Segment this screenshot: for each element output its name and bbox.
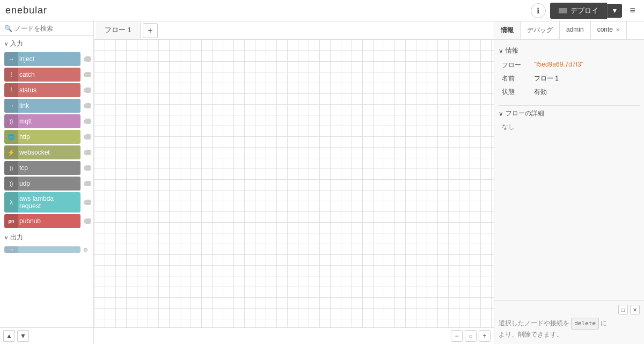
node-status-button[interactable]: ! status [4, 83, 80, 97]
close-icon: ✕ [633, 307, 637, 313]
lambda-icon: λ [4, 192, 18, 213]
info-section-header: ∨ 情報 [499, 44, 640, 58]
close-panel-button[interactable]: ✕ [630, 305, 640, 314]
scroll-down-button[interactable]: ▼ [17, 330, 29, 342]
search-bar: 🔍 [0, 21, 93, 36]
section-label-output: 出力 [10, 233, 23, 242]
node-udp-button[interactable]: )) udp [4, 177, 80, 191]
deploy-dropdown-button[interactable]: ▼ [607, 4, 623, 18]
search-input[interactable] [14, 25, 94, 32]
tab-info[interactable]: 情報 [494, 21, 521, 39]
add-tab-button[interactable]: + [143, 23, 158, 38]
header-right: ℹ デプロイ ▼ ≡ [531, 3, 639, 19]
node-websocket-button[interactable]: ⚡ websocket [4, 145, 80, 159]
plug-icon: ⚡ [4, 145, 18, 159]
tab-conte[interactable]: conte ✕ [591, 21, 627, 39]
logo: enebular [5, 5, 47, 16]
flow-id-link[interactable]: "f5ed9a69.7d7f3" [534, 61, 583, 68]
arrow-right-icon: → [4, 52, 18, 66]
scroll-up-button[interactable]: ▲ [3, 330, 15, 342]
settings-icon[interactable]: ⚙ [82, 246, 89, 253]
node-mqtt-button[interactable]: )) mqtt [4, 114, 80, 128]
tab-admin[interactable]: admin [560, 21, 591, 39]
sidebar-footer: ▲ ▼ [0, 327, 93, 344]
node-inject-label: inject [19, 55, 34, 63]
delete-hint-before: 選択したノードや接続を [499, 319, 569, 327]
plus-icon: + [482, 332, 486, 340]
info-button[interactable]: ℹ [531, 3, 546, 18]
section-header-input[interactable]: ∨ 入力 [0, 36, 93, 50]
info-table: フロー "f5ed9a69.7d7f3" 名前 フロー 1 状態 [499, 58, 640, 99]
expand-button[interactable]: □ [618, 305, 628, 314]
node-pubnub-button[interactable]: pn pubnub [4, 214, 80, 228]
node-output-button[interactable]: → [4, 246, 80, 253]
hamburger-button[interactable]: ≡ [626, 3, 639, 18]
tab-info-label: 情報 [501, 26, 514, 34]
info-row-value-status: 有効 [531, 85, 640, 99]
circle-icon: ○ [469, 332, 472, 340]
canvas-footer: − ○ + [94, 327, 494, 344]
arrow-right-icon: → [4, 99, 18, 113]
node-udp-label: udp [19, 180, 30, 187]
node-link-button[interactable]: → link [4, 99, 80, 113]
sidebar: 🔍 ∨ 入力 → inject ⚙ ! catc [0, 21, 94, 344]
close-icon[interactable]: ✕ [616, 27, 620, 33]
node-catch-button[interactable]: ! catch [4, 68, 80, 82]
header: enebular ℹ デプロイ ▼ ≡ [0, 0, 644, 21]
chevron-down-icon: ∨ [4, 41, 8, 47]
node-port [85, 150, 91, 155]
list-item[interactable]: → inject ⚙ [4, 52, 89, 66]
info-row-value-flow: "f5ed9a69.7d7f3" [531, 58, 640, 72]
section-label-input: 入力 [10, 39, 23, 48]
node-tcp-button[interactable]: )) tcp [4, 161, 80, 175]
section-header-output[interactable]: ∨ 出力 [0, 230, 93, 244]
node-port [85, 119, 91, 124]
list-item[interactable]: )) udp ⚙ [4, 177, 89, 191]
arrow-icon: → [4, 246, 18, 253]
info-row-key-flow: フロー [499, 58, 531, 72]
zoom-in-button[interactable]: + [479, 330, 491, 342]
list-item[interactable]: → ⚙ [4, 246, 89, 253]
flow-detail-header: ∨ フローの詳細 [499, 105, 640, 120]
chevron-down-icon: ∨ [499, 47, 503, 55]
zoom-out-button[interactable]: − [451, 330, 463, 342]
node-inject-button[interactable]: → inject [4, 52, 80, 66]
list-item[interactable]: 🌐 http ⚙ [4, 130, 89, 144]
list-item[interactable]: pn pubnub ⚙ [4, 214, 89, 228]
chevron-down-icon: ∨ [499, 110, 503, 118]
table-row: フロー "f5ed9a69.7d7f3" [499, 58, 640, 72]
list-item[interactable]: → link ⚙ [4, 99, 89, 113]
node-aws-button[interactable]: λ aws lambdarequest [4, 192, 80, 213]
list-item[interactable]: )) tcp ⚙ [4, 161, 89, 175]
chevron-down-icon: ▼ [612, 7, 618, 14]
sidebar-content: ∨ 入力 → inject ⚙ ! catch ⚙ [0, 36, 93, 327]
table-row: 名前 フロー 1 [499, 72, 640, 85]
list-item[interactable]: ! catch ⚙ [4, 68, 89, 82]
zoom-reset-button[interactable]: ○ [465, 330, 477, 342]
deploy-button[interactable]: デプロイ [550, 3, 607, 19]
node-port [85, 56, 91, 62]
node-http-label: http [19, 133, 30, 141]
list-item[interactable]: λ aws lambdarequest ⚙ [4, 192, 89, 213]
node-port [85, 103, 91, 108]
wave-icon: )) [4, 114, 18, 128]
node-http-button[interactable]: 🌐 http [4, 130, 80, 144]
list-item[interactable]: ! status ⚙ [4, 83, 89, 97]
canvas-grid[interactable] [94, 40, 494, 327]
node-status-label: status [19, 86, 36, 94]
node-link-label: link [19, 102, 29, 109]
arrow-down-icon: ▼ [20, 332, 26, 340]
info-row-key-status: 状態 [499, 85, 531, 99]
tab-flow1-label: フロー 1 [105, 26, 131, 34]
expand-icon: □ [621, 307, 625, 313]
list-item[interactable]: )) mqtt ⚙ [4, 114, 89, 128]
tab-debug-label: デバッグ [527, 26, 553, 34]
hamburger-icon: ≡ [630, 5, 635, 16]
flow-detail-label: フローの詳細 [506, 109, 544, 118]
tab-flow1[interactable]: フロー 1 [96, 22, 141, 39]
tab-debug[interactable]: デバッグ [521, 21, 560, 39]
wave-icon: )) [4, 177, 18, 191]
node-port [85, 181, 91, 186]
list-item[interactable]: ⚡ websocket ⚙ [4, 145, 89, 159]
info-row-key-name: 名前 [499, 72, 531, 85]
